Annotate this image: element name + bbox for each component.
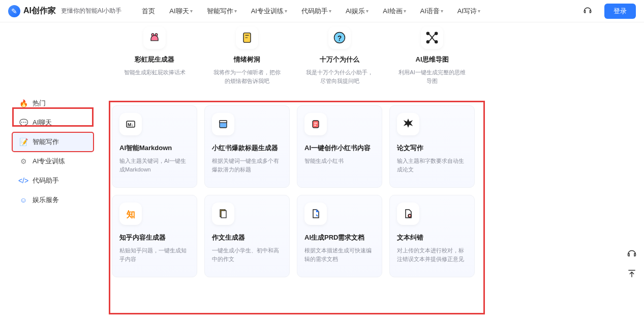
nav-智能写作[interactable]: 智能写作▾ [207, 7, 237, 16]
card-desc: 一键生成小学生、初中和高中的作文 [212, 246, 282, 263]
nav-AI聊天[interactable]: AI聊天▾ [169, 7, 192, 16]
sidebar-label: AI专业训练 [33, 157, 65, 166]
card-desc: 根据关键词一键生成多个有爆款潜力的标题 [212, 157, 282, 174]
card-icon [421, 26, 443, 49]
card-AI智能Markdown[interactable]: M↓AI智能Markdown输入主题关键词，AI一键生成Markdown [112, 105, 197, 188]
nav-AI语音[interactable]: AI语音▾ [420, 7, 443, 16]
card-论文写作[interactable]: 论文写作输入主题和字数要求自动生成论文 [389, 105, 475, 188]
main: 彩虹屁生成器智能生成彩虹屁吹捧话术情绪树洞我将作为一个倾听者，把你的烦恼都告诉我… [112, 22, 644, 318]
chevron-down-icon: ▾ [285, 8, 287, 14]
sidebar-item-娱乐服务[interactable]: ☺娱乐服务 [12, 190, 94, 210]
card-icon: 知 [119, 203, 142, 225]
top-card-AI思维导图[interactable]: AI思维导图利用AI一键生成完整的思维导图 [389, 26, 475, 90]
chevron-down-icon: ▾ [404, 8, 406, 14]
card-title: AI智能Markdown [119, 143, 190, 153]
chevron-down-icon: ▾ [478, 8, 480, 14]
sidebar-item-AI聊天[interactable]: 💬AI聊天 [12, 113, 94, 132]
sidebar: 🔥热门💬AI聊天📝智能写作⚙AI专业训练</>代码助手☺娱乐服务 [0, 22, 112, 318]
support-icon[interactable] [583, 7, 592, 16]
card-title: 情绪树洞 [211, 55, 283, 64]
card-AI生成PRD需求文档[interactable]: AI生成PRD需求文档根据文本描述生成可快速编辑的需求文档 [297, 195, 382, 277]
sidebar-label: 代码助手 [33, 176, 59, 185]
nav-AI娱乐[interactable]: AI娱乐▾ [346, 7, 369, 16]
card-icon [212, 113, 234, 135]
card-title: 知乎内容生成器 [119, 233, 190, 242]
card-desc: 我是十万个为什么小助手，尽管向我提问吧 [304, 68, 375, 85]
card-desc: 输入主题关键词，AI一键生成Markdown [119, 157, 190, 174]
slogan: 更懂你的智能AI小助手 [61, 7, 121, 15]
sidebar-label: AI聊天 [33, 118, 52, 127]
svg-rect-13 [313, 121, 319, 128]
card-desc: 粘贴知乎问题，一键生成知乎内容 [119, 246, 190, 263]
sidebar-label: 智能写作 [33, 137, 59, 147]
login-button[interactable]: 登录 [604, 4, 636, 19]
logo[interactable]: ✎ AI创作家 [8, 5, 56, 17]
nav-代码助手[interactable]: 代码助手▾ [301, 7, 331, 16]
card-desc: 对上传的文本进行校对，标注错误文本并提供修正意见 [397, 246, 467, 263]
top-card-十万个为什么[interactable]: ?十万个为什么我是十万个为什么小助手，尽管向我提问吧 [297, 26, 382, 90]
card-desc: 输入主题和字数要求自动生成论文 [397, 157, 467, 174]
card-icon: ? [328, 26, 351, 49]
svg-rect-12 [220, 121, 227, 123]
sidebar-item-代码助手[interactable]: </>代码助手 [12, 171, 94, 190]
sidebar-item-AI专业训练[interactable]: ⚙AI专业训练 [12, 152, 94, 171]
back-to-top-icon[interactable] [627, 269, 637, 279]
card-icon: M↓ [119, 113, 142, 135]
card-desc: 智能生成彩虹屁吹捧话术 [119, 68, 190, 77]
svg-text:M↓: M↓ [128, 122, 134, 127]
support-float-icon[interactable] [627, 249, 637, 259]
card-icon [397, 113, 419, 135]
nav-AI专业训练[interactable]: AI专业训练▾ [251, 7, 287, 16]
card-icon [304, 203, 327, 225]
logo-icon: ✎ [8, 5, 20, 17]
sidebar-icon: </> [19, 177, 27, 185]
card-AI一键创作小红书内容[interactable]: AI一键创作小红书内容智能生成小红书 [297, 105, 382, 188]
sidebar-item-智能写作[interactable]: 📝智能写作 [12, 132, 94, 152]
svg-text:知: 知 [126, 209, 135, 219]
card-title: 文本纠错 [397, 233, 467, 242]
card-desc: 根据文本描述生成可快速编辑的需求文档 [304, 246, 375, 263]
top-card-彩虹屁生成器[interactable]: 彩虹屁生成器智能生成彩虹屁吹捧话术 [112, 26, 197, 90]
sidebar-label: 娱乐服务 [33, 195, 59, 205]
card-title: 论文写作 [397, 143, 467, 153]
card-desc: 我将作为一个倾听者，把你的烦恼都告诉我吧 [211, 68, 283, 85]
card-icon [143, 26, 166, 49]
card-title: AI生成PRD需求文档 [304, 233, 375, 242]
card-icon [304, 113, 327, 135]
sidebar-icon: 💬 [19, 119, 27, 127]
chevron-down-icon: ▾ [366, 8, 369, 14]
sidebar-item-热门[interactable]: 🔥热门 [12, 94, 94, 113]
card-icon [212, 203, 234, 225]
nav-首页[interactable]: 首页 [142, 7, 155, 16]
float-actions [627, 249, 637, 279]
chevron-down-icon: ▾ [329, 8, 331, 14]
nav-AI绘画[interactable]: AI绘画▾ [383, 7, 406, 16]
sidebar-icon: 🔥 [19, 99, 27, 107]
chevron-down-icon: ▾ [190, 8, 193, 14]
svg-point-1 [155, 34, 158, 36]
header: ✎ AI创作家 更懂你的智能AI小助手 首页AI聊天▾智能写作▾AI专业训练▾代… [0, 0, 644, 22]
card-icon [236, 26, 258, 49]
card-desc: 智能生成小红书 [304, 157, 375, 165]
card-title: 作文生成器 [212, 233, 282, 242]
card-title: 十万个为什么 [304, 55, 375, 64]
sidebar-label: 热门 [33, 99, 46, 108]
brand-name: AI创作家 [23, 6, 56, 16]
card-小红书爆款标题生成器[interactable]: 小红书爆款标题生成器根据关键词一键生成多个有爆款潜力的标题 [204, 105, 290, 188]
card-文本纠错[interactable]: 文本纠错对上传的文本进行校对，标注错误文本并提供修正意见 [389, 195, 475, 277]
card-title: AI一键创作小红书内容 [304, 143, 375, 153]
card-作文生成器[interactable]: 作文生成器一键生成小学生、初中和高中的作文 [204, 195, 290, 277]
nav-AI写诗[interactable]: AI写诗▾ [457, 7, 480, 16]
top-card-情绪树洞[interactable]: 情绪树洞我将作为一个倾听者，把你的烦恼都告诉我吧 [204, 26, 290, 90]
card-desc: 利用AI一键生成完整的思维导图 [396, 68, 468, 85]
svg-rect-16 [221, 211, 226, 218]
nav: 首页AI聊天▾智能写作▾AI专业训练▾代码助手▾AI娱乐▾AI绘画▾AI语音▾A… [142, 7, 583, 16]
sidebar-icon: ☺ [19, 196, 27, 204]
sidebar-icon: ⚙ [19, 157, 27, 165]
card-icon [397, 203, 419, 225]
svg-point-0 [151, 34, 154, 36]
card-知乎内容生成器[interactable]: 知知乎内容生成器粘贴知乎问题，一键生成知乎内容 [112, 195, 197, 277]
chevron-down-icon: ▾ [234, 8, 237, 14]
sidebar-icon: 📝 [19, 138, 27, 146]
card-title: 彩虹屁生成器 [119, 55, 190, 64]
